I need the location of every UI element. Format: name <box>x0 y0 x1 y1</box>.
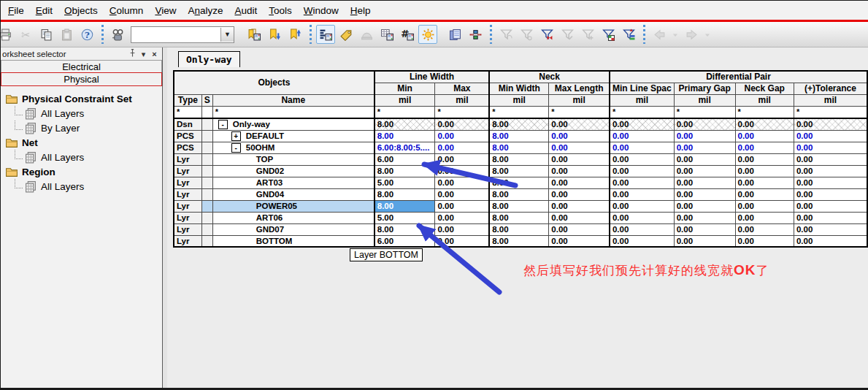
value-cell[interactable]: 0.00 <box>610 165 674 177</box>
menu-window[interactable]: Window <box>298 3 345 18</box>
close-icon[interactable]: × <box>149 49 160 60</box>
value-cell[interactable]: 0.00 <box>610 118 674 130</box>
filter-cell[interactable]: * <box>674 106 735 118</box>
expand-icon[interactable]: + <box>231 131 241 141</box>
help-button[interactable]: ? <box>77 25 96 44</box>
value-cell[interactable]: 8.00 <box>489 223 549 235</box>
value-cell[interactable]: 0.00 <box>610 142 674 153</box>
value-cell[interactable]: 8.00 <box>375 130 435 142</box>
value-cell[interactable]: 0.00 <box>435 235 489 247</box>
name-cell[interactable]: ART03 <box>212 177 375 188</box>
value-cell[interactable]: 0.00 <box>674 200 735 212</box>
value-cell[interactable]: 0.00 <box>549 118 610 130</box>
value-cell[interactable]: 0.00 <box>435 177 489 188</box>
value-cell[interactable]: 5.00 <box>375 212 435 223</box>
value-cell[interactable]: 0.00 <box>674 118 735 130</box>
status-cell[interactable] <box>201 130 212 142</box>
column-header-min[interactable]: Min <box>375 83 435 94</box>
value-cell[interactable]: 0.00 <box>735 177 794 188</box>
filter-cell[interactable]: * <box>435 106 489 118</box>
filter-cell[interactable] <box>201 106 212 118</box>
status-cell[interactable] <box>201 223 212 235</box>
filter-delete-button[interactable] <box>537 25 556 44</box>
pin-icon[interactable] <box>127 48 138 61</box>
value-cell[interactable]: 0.00 <box>735 223 794 235</box>
name-cell[interactable]: TOP <box>212 153 375 165</box>
value-cell[interactable]: 0.00 <box>794 130 867 142</box>
filter-cell[interactable]: * <box>375 106 435 118</box>
sidebar-tab-electrical[interactable]: Electrical <box>1 60 162 73</box>
value-cell[interactable]: 0.00 <box>794 142 867 153</box>
back-history-button[interactable] <box>670 25 680 44</box>
column-header-min-line-spac[interactable]: Min Line Spac <box>610 83 674 94</box>
value-cell[interactable]: 0.00 <box>794 118 867 130</box>
type-cell[interactable]: Dsn <box>174 118 201 130</box>
value-cell[interactable]: 0.00 <box>794 188 867 200</box>
value-cell[interactable]: 0.00 <box>610 153 674 165</box>
value-cell[interactable]: 0.00 <box>435 142 489 153</box>
window-view-button[interactable] <box>445 25 464 44</box>
column-header-type[interactable]: Type <box>174 94 201 106</box>
filter-cell[interactable]: * <box>212 106 375 118</box>
menu-column[interactable]: Column <box>104 3 150 18</box>
search-combobox[interactable]: ▼ <box>131 26 234 43</box>
filter-cell[interactable]: * <box>489 106 549 118</box>
name-cell[interactable]: GND04 <box>212 188 375 200</box>
capture-button[interactable] <box>357 25 376 44</box>
worksheet-tab-only-way[interactable]: Only-way <box>178 51 240 67</box>
combo-dropdown-icon[interactable]: ▼ <box>220 28 234 42</box>
filter-cell[interactable]: * <box>794 106 867 118</box>
value-cell[interactable]: 8.00 <box>375 165 435 177</box>
value-cell[interactable]: 0.00 <box>549 142 610 153</box>
value-cell[interactable]: 0.00 <box>549 188 610 200</box>
tree-item-by-layer[interactable]: By Layer <box>5 121 162 135</box>
column-header-max-length[interactable]: Max Length <box>549 83 610 94</box>
value-cell[interactable]: 0.00 <box>674 212 735 223</box>
value-cell[interactable]: 0.00 <box>674 235 735 247</box>
name-cell[interactable]: GND07 <box>212 223 375 235</box>
menu-analyze[interactable]: Analyze <box>182 3 228 18</box>
value-cell[interactable]: 8.00 <box>489 130 549 142</box>
value-cell[interactable]: 8.00 <box>489 212 549 223</box>
value-cell[interactable]: 0.00 <box>435 153 489 165</box>
number-format-button[interactable]: # <box>398 25 417 44</box>
next-bookmark-button[interactable] <box>265 25 284 44</box>
value-cell[interactable]: 6.00 <box>375 235 435 247</box>
value-cell[interactable]: 0.00 <box>435 165 489 177</box>
value-cell[interactable]: 8.00 <box>489 188 549 200</box>
copy-button[interactable] <box>37 25 55 44</box>
filter-cell[interactable]: * <box>610 106 674 118</box>
value-cell[interactable]: 0.00 <box>610 200 674 212</box>
status-cell[interactable] <box>201 200 212 212</box>
value-cell[interactable]: 8.00 <box>489 165 549 177</box>
column-header-max[interactable]: Max <box>435 83 489 94</box>
value-cell[interactable]: 0.00 <box>610 223 674 235</box>
value-cell[interactable]: 8.00 <box>489 118 549 130</box>
value-cell[interactable]: 0.00 <box>794 223 867 235</box>
value-cell[interactable]: 0.00 <box>674 142 735 153</box>
value-cell[interactable]: 0.00 <box>610 177 674 188</box>
tree-item-all-layers[interactable]: All Layers <box>5 106 162 121</box>
value-cell[interactable]: 0.00 <box>549 235 610 247</box>
value-cell[interactable]: 0.00 <box>735 200 794 212</box>
value-cell[interactable]: 0.00 <box>610 130 674 142</box>
forward-button[interactable] <box>682 25 701 44</box>
value-cell[interactable]: 8.00 <box>489 200 549 212</box>
column-header-neck-gap[interactable]: Neck Gap <box>735 83 794 94</box>
value-cell[interactable]: 0.00 <box>549 165 610 177</box>
value-cell[interactable]: 0.00 <box>549 223 610 235</box>
type-cell[interactable]: Lyr <box>174 153 201 165</box>
prev-bookmark-button[interactable] <box>285 25 304 44</box>
value-cell[interactable]: 6.00:8.00:5.... <box>375 142 435 153</box>
find-button[interactable] <box>108 25 127 44</box>
value-cell[interactable]: 0.00 <box>735 235 794 247</box>
value-cell[interactable]: 0.00 <box>549 153 610 165</box>
menu-audit[interactable]: Audit <box>228 3 263 18</box>
sidebar-tab-physical[interactable]: Physical <box>1 72 162 86</box>
name-cell[interactable]: POWER05 <box>212 200 375 212</box>
name-cell[interactable]: BOTTOM <box>212 235 375 247</box>
filter-cell[interactable]: * <box>174 106 201 118</box>
bookmarks-button[interactable] <box>245 25 264 44</box>
value-cell[interactable]: 0.00 <box>735 130 794 142</box>
type-cell[interactable]: Lyr <box>174 177 201 188</box>
